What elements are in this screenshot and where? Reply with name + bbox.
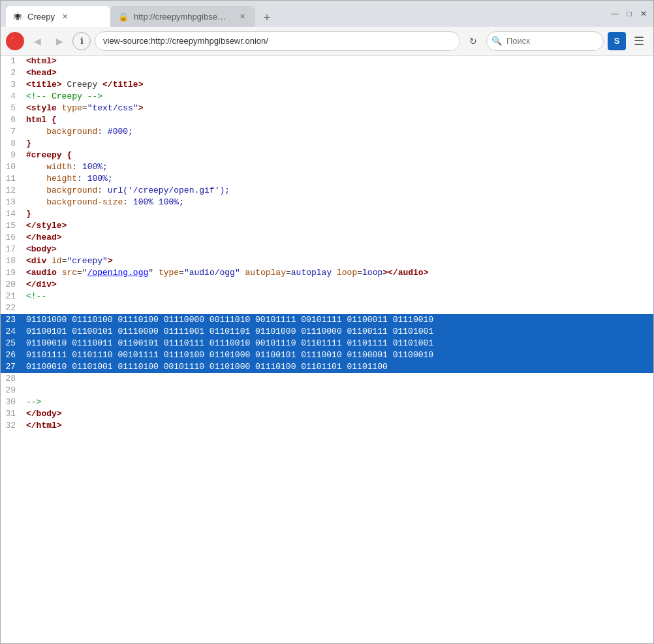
line-content: }: [23, 208, 653, 220]
source-line-14: 14}: [1, 208, 653, 220]
line-number: 22: [1, 302, 23, 314]
source-line-28: 28: [1, 373, 653, 385]
tab-source[interactable]: 🔒 http://creepymhpgibsewr.oni... ✕: [110, 6, 255, 27]
line-content: 01101000 01110100 01110100 01110000 0011…: [23, 314, 653, 326]
line-number: 30: [1, 396, 23, 408]
line-content: -->: [23, 396, 653, 408]
minimize-button[interactable]: —: [610, 9, 619, 18]
line-number: 5: [1, 103, 23, 114]
line-content: </div>: [23, 279, 653, 291]
line-number: 1: [1, 56, 23, 67]
shield-icon: 🚫: [6, 32, 24, 50]
address-bar: 🚫 ◀ ▶ ℹ ↻ 🔍 S ☰: [1, 27, 653, 56]
line-content: 01100010 01110011 01100101 01110111 0111…: [23, 338, 653, 349]
close-button[interactable]: ✕: [639, 9, 648, 18]
source-line-5: 5<style type="text/css">: [1, 103, 653, 114]
line-content: }: [23, 138, 653, 150]
source-line-25: 2501100010 01110011 01100101 01110111 01…: [1, 338, 653, 349]
line-content: background: url('/creepy/open.gif');: [23, 185, 653, 197]
source-line-30: 30-->: [1, 396, 653, 408]
line-number: 25: [1, 338, 23, 349]
maximize-button[interactable]: □: [625, 9, 634, 18]
line-content: <!--: [23, 291, 653, 302]
line-number: 24: [1, 326, 23, 338]
search-icon: 🔍: [491, 36, 502, 46]
window-controls: — □ ✕: [610, 9, 648, 18]
line-content: 01101111 01101110 00101111 01110100 0110…: [23, 349, 653, 361]
source-line-15: 15</style>: [1, 220, 653, 232]
audio-src-link[interactable]: /opening.ogg: [87, 268, 149, 278]
line-number: 9: [1, 150, 23, 161]
line-content: [23, 302, 653, 314]
source-view: 1<html>2<head>3<title> Creepy </title>4<…: [1, 56, 653, 643]
line-number: 15: [1, 220, 23, 232]
tab-label-creepy: Creepy: [27, 12, 55, 22]
source-line-4: 4<!-- Creepy -->: [1, 91, 653, 103]
source-line-21: 21<!--: [1, 291, 653, 302]
line-number: 26: [1, 349, 23, 361]
source-line-13: 13 background-size: 100% 100%;: [1, 197, 653, 208]
tab-favicon-creepy: 🕷: [14, 12, 22, 22]
line-content: height: 100%;: [23, 173, 653, 185]
line-number: 17: [1, 244, 23, 255]
line-content: 01100010 01101001 01110100 00101110 0110…: [23, 361, 653, 373]
line-content: [23, 373, 653, 385]
line-number: 29: [1, 385, 23, 396]
source-line-20: 20</div>: [1, 279, 653, 291]
line-content: </html>: [23, 420, 653, 432]
line-number: 14: [1, 208, 23, 220]
line-number: 13: [1, 197, 23, 208]
back-button[interactable]: ◀: [28, 32, 46, 50]
line-number: 32: [1, 420, 23, 432]
line-content: [23, 385, 653, 396]
browser-icon: S: [608, 32, 626, 50]
source-line-10: 10 width: 100%;: [1, 161, 653, 173]
forward-button[interactable]: ▶: [50, 32, 69, 50]
line-number: 4: [1, 91, 23, 103]
tab-close-source[interactable]: ✕: [237, 11, 247, 22]
line-content: html {: [23, 114, 653, 126]
line-content: <title> Creepy </title>: [23, 79, 653, 91]
address-input[interactable]: [95, 31, 460, 51]
line-number: 28: [1, 373, 23, 385]
source-line-6: 6html {: [1, 114, 653, 126]
line-number: 20: [1, 279, 23, 291]
source-line-3: 3<title> Creepy </title>: [1, 79, 653, 91]
line-number: 12: [1, 185, 23, 197]
source-line-9: 9#creepy {: [1, 150, 653, 161]
line-content: </body>: [23, 408, 653, 420]
reload-button[interactable]: ↻: [464, 32, 482, 50]
source-line-11: 11 height: 100%;: [1, 173, 653, 185]
line-number: 23: [1, 314, 23, 326]
tab-close-creepy[interactable]: ✕: [60, 11, 70, 22]
title-bar: 🕷 Creepy ✕ 🔒 http://creepymhpgibsewr.oni…: [1, 1, 653, 27]
source-line-24: 2401100101 01100101 01110000 01111001 01…: [1, 326, 653, 338]
line-number: 3: [1, 79, 23, 91]
source-line-16: 16</head>: [1, 232, 653, 244]
search-input[interactable]: [486, 31, 604, 51]
source-line-2: 2<head>: [1, 67, 653, 79]
info-button[interactable]: ℹ: [72, 32, 91, 50]
new-tab-button[interactable]: +: [258, 8, 276, 27]
source-line-1: 1<html>: [1, 56, 653, 67]
line-content: <audio src="/opening.ogg" type="audio/og…: [23, 267, 653, 279]
source-line-26: 2601101111 01101110 00101111 01110100 01…: [1, 349, 653, 361]
search-container: 🔍: [486, 31, 604, 51]
line-content: <head>: [23, 67, 653, 79]
line-number: 16: [1, 232, 23, 244]
tab-group: 🕷 Creepy ✕ 🔒 http://creepymhpgibsewr.oni…: [6, 1, 276, 27]
line-content: <html>: [23, 56, 653, 67]
source-line-31: 31</body>: [1, 408, 653, 420]
source-line-12: 12 background: url('/creepy/open.gif');: [1, 185, 653, 197]
source-line-22: 22: [1, 302, 653, 314]
browser-window: 🕷 Creepy ✕ 🔒 http://creepymhpgibsewr.oni…: [0, 0, 654, 644]
line-number: 31: [1, 408, 23, 420]
source-line-27: 2701100010 01101001 01110100 00101110 01…: [1, 361, 653, 373]
menu-button[interactable]: ☰: [630, 32, 648, 50]
line-number: 10: [1, 161, 23, 173]
source-line-29: 29: [1, 385, 653, 396]
line-number: 7: [1, 126, 23, 138]
line-content: background: #000;: [23, 126, 653, 138]
tab-creepy[interactable]: 🕷 Creepy ✕: [6, 6, 110, 27]
line-number: 18: [1, 255, 23, 267]
